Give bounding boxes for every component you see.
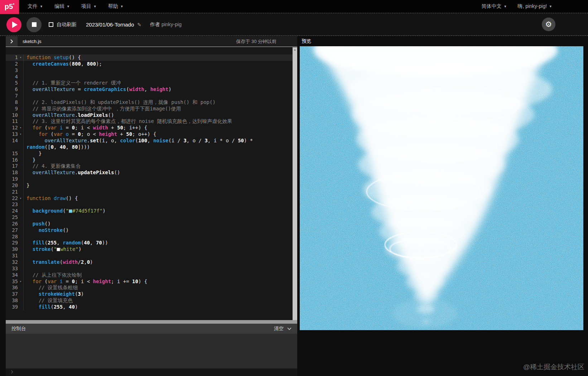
code-line[interactable]: 33 [6, 266, 297, 272]
edit-title-icon[interactable]: ✎ [137, 22, 141, 28]
fold-spacer [18, 234, 23, 240]
auto-refresh-checkbox[interactable] [49, 22, 53, 27]
sidebar-expand-button[interactable] [6, 36, 18, 47]
code-line[interactable]: 23 [6, 201, 297, 208]
code-line[interactable]: 32 translate(width/2,0) [6, 259, 297, 266]
code-line[interactable]: 16 } [6, 157, 297, 163]
project-title[interactable]: 2023/01/06-Tornado [86, 22, 134, 28]
code-line[interactable]: 11 // 3. 这里针对其宽高的每个像素点，都进行 noise 随机填充颜色，… [6, 118, 297, 125]
noise-overlay [300, 46, 583, 330]
code-line[interactable]: 36 // 设置线条粗细 [6, 285, 297, 291]
editor-vertical-scrollbar[interactable]: ▲ [293, 47, 297, 320]
code-line[interactable]: 38 // 设置填充色 [6, 298, 297, 304]
menu-file[interactable]: 文件▼ [23, 1, 47, 12]
menu-help[interactable]: 帮助▼ [104, 1, 128, 12]
main-menus: 文件▼ 编辑▼ 项目▼ 帮助▼ [23, 1, 128, 12]
code-line[interactable]: 26 push() [6, 221, 297, 227]
code-line[interactable]: 4 [6, 74, 297, 80]
code-line[interactable]: 14 overAllTexture.set(i, o, color(100, n… [6, 138, 297, 151]
code-line[interactable]: 12▾ for (var i = 0; i < width + 50; i++)… [6, 125, 297, 131]
user-menu[interactable]: 嗨, pinky-pig!▼ [517, 1, 553, 12]
editor-horizontal-scrollbar[interactable] [6, 320, 297, 324]
p5-logo-text: p5* [5, 3, 15, 11]
code-line[interactable]: 37 strokeWeight(3) [6, 291, 297, 298]
code-line[interactable]: 9 // 将显示的像素添加到这个缓冲中 ，方便用于下面image()使用 [6, 106, 297, 112]
code-line[interactable]: 3 [6, 67, 297, 74]
code-line[interactable]: 1▾function setup() { [6, 54, 297, 61]
code-line[interactable]: 20} [6, 182, 297, 189]
auto-refresh-toggle[interactable]: 自动刷新 [49, 22, 77, 28]
fold-spacer [18, 214, 23, 221]
fold-arrow-icon[interactable]: ▾ [18, 195, 23, 202]
fold-spacer [18, 182, 23, 189]
sketch-canvas[interactable] [300, 46, 583, 330]
code-line[interactable]: 31 [6, 253, 297, 259]
menu-project[interactable]: 项目▼ [77, 1, 101, 12]
preview-label: 预览 [302, 38, 311, 44]
fold-spacer [18, 67, 23, 74]
fold-spacer [18, 272, 23, 279]
code-line[interactable]: 17 // 4. 更新像素集合 [6, 163, 297, 170]
code-line[interactable]: 13▾ for (var o = 0; o < height + 50; o++… [6, 131, 297, 138]
color-swatch[interactable] [69, 209, 72, 213]
fold-arrow-icon[interactable]: ▾ [18, 131, 23, 138]
code-editor[interactable]: 1▾function setup() {2 createCanvas(800, … [6, 47, 297, 320]
fold-spacer [18, 298, 23, 304]
menu-edit[interactable]: 编辑▼ [50, 1, 74, 12]
language-selector[interactable]: 简体中文▼ [481, 1, 507, 12]
code-line[interactable]: 7 [6, 93, 297, 99]
code-line[interactable]: 21 [6, 189, 297, 195]
gear-icon: ⚙ [545, 20, 552, 29]
color-swatch[interactable] [57, 248, 60, 251]
editor-pane: sketch.js 保存于 30 分钟以前 1▾function setup()… [6, 36, 297, 376]
console-header: 控制台 清空 [6, 324, 297, 334]
code-line[interactable]: 34 // 从上往下依次绘制 [6, 272, 297, 279]
code-line[interactable]: 10 overAllTexture.loadPixels() [6, 112, 297, 119]
code-line[interactable]: 15 } [6, 151, 297, 157]
code-line[interactable]: 27 noStroke() [6, 227, 297, 234]
author-label: 作者 [150, 22, 160, 27]
scroll-up-icon: ▲ [293, 47, 297, 52]
author-name[interactable]: pinky-pig [162, 22, 182, 27]
preview-pane: 预览 [297, 36, 588, 376]
fold-arrow-icon[interactable]: ▾ [18, 54, 23, 61]
fold-spacer [18, 138, 23, 151]
stop-button[interactable] [26, 17, 42, 32]
fold-spacer [18, 170, 23, 176]
code-line[interactable]: 5 // 1. 重新定义一个 renderer 缓冲 [6, 80, 297, 86]
menubar: p5* 文件▼ 编辑▼ 项目▼ 帮助▼ 简体中文▼ 嗨, pinky-pig!▼ [0, 0, 588, 13]
fold-arrow-icon[interactable]: ▾ [18, 279, 23, 285]
code-line[interactable]: 35▾ for (var i = 0; i < height; i += 10)… [6, 279, 297, 285]
preview-header: 预览 [297, 36, 588, 46]
chevron-right-icon [11, 370, 13, 374]
fold-spacer [18, 99, 23, 106]
code-line[interactable]: 8 // 2. loadPixels() 和 updatePixels() 连用… [6, 99, 297, 106]
tab-sketch-js[interactable]: sketch.js [23, 39, 42, 44]
saved-status: 保存于 30 分钟以前 [236, 38, 297, 45]
code-line[interactable]: 19 [6, 176, 297, 182]
settings-button[interactable]: ⚙ [542, 18, 555, 31]
code-line[interactable]: 30 stroke("white") [6, 246, 297, 253]
code-line[interactable]: 24 background("#74d5f17f") [6, 208, 297, 214]
code-line[interactable]: 22▾function draw() { [6, 195, 297, 202]
code-line[interactable]: 28 [6, 234, 297, 240]
fold-spacer [18, 227, 23, 234]
console-clear-button[interactable]: 清空 [274, 325, 291, 332]
code-line[interactable]: 6 overAllTexture = createGraphics(width,… [6, 86, 297, 93]
code-line[interactable]: 25 [6, 214, 297, 221]
code-line[interactable]: 29 fill(255, random(40, 70)) [6, 240, 297, 246]
fold-spacer [18, 118, 23, 125]
play-button[interactable] [6, 17, 21, 32]
console-input[interactable] [6, 368, 297, 376]
auto-refresh-label: 自动刷新 [57, 22, 77, 28]
fold-arrow-icon[interactable]: ▾ [18, 125, 23, 131]
p5-logo[interactable]: p5* [0, 0, 19, 14]
code-line[interactable]: 18 overAllTexture.updatePixels() [6, 170, 297, 176]
fold-spacer [18, 266, 23, 272]
chevron-down-icon: ▼ [120, 5, 124, 8]
chevron-down-icon [287, 327, 291, 330]
author: 作者 pinky-pig [150, 22, 182, 28]
code-line[interactable]: 39 fill(255, 40) [6, 304, 297, 310]
console-output [6, 334, 297, 368]
code-line[interactable]: 2 createCanvas(800, 800); [6, 61, 297, 67]
